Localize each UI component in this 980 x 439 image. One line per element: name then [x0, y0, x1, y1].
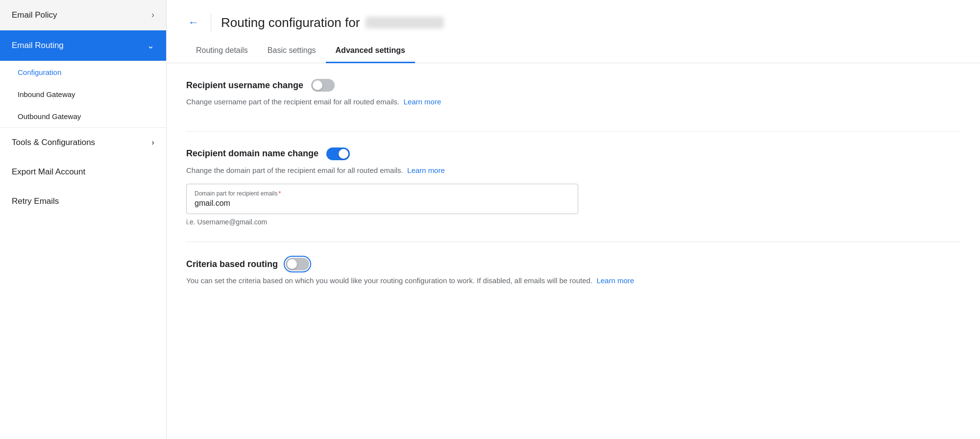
sidebar-item-email-policy[interactable]: Email Policy › — [0, 0, 166, 30]
toggle-username-wrapper — [311, 79, 335, 92]
toggle-thumb-criteria — [287, 259, 297, 269]
main-content: ← Routing configuration for Routing deta… — [167, 0, 980, 439]
toggle-thumb-username — [313, 80, 322, 90]
chevron-right-icon-tools: › — [151, 138, 154, 147]
learn-more-domain[interactable]: Learn more — [407, 166, 445, 174]
domain-name-blurred — [366, 17, 444, 28]
section-recipient-domain-name-change: Recipient domain name change Change the … — [186, 147, 960, 243]
toggle-recipient-username[interactable] — [311, 79, 335, 92]
toggle-track-criteria — [286, 258, 309, 270]
section-desc-domain: Change the domain part of the recipient … — [186, 165, 960, 176]
sidebar-item-export-mail[interactable]: Export Mail Account — [0, 157, 166, 187]
sidebar: Email Policy › Email Routing ⌄ Configura… — [0, 0, 167, 439]
section-header-criteria: Criteria based routing — [186, 258, 960, 270]
tab-basic-settings[interactable]: Basic settings — [258, 39, 326, 63]
tab-routing-details[interactable]: Routing details — [186, 39, 258, 63]
sidebar-item-retry-label: Retry Emails — [12, 196, 59, 206]
sidebar-sub-item-configuration[interactable]: Configuration — [0, 61, 166, 83]
toggle-recipient-domain[interactable] — [326, 147, 350, 160]
toggle-domain-wrapper — [326, 147, 350, 160]
domain-field-input[interactable] — [195, 199, 570, 208]
sidebar-item-tools-configurations[interactable]: Tools & Configurations › — [0, 127, 166, 157]
toggle-track-username — [311, 79, 335, 92]
toggle-thumb-domain — [339, 149, 348, 159]
section-desc-criteria: You can set the criteria based on which … — [186, 275, 960, 287]
page-header: ← Routing configuration for — [167, 0, 980, 31]
learn-more-criteria[interactable]: Learn more — [596, 276, 634, 285]
field-required-star: * — [278, 190, 281, 197]
main-content-area: Recipient username change Change usernam… — [167, 63, 980, 439]
section-recipient-username-change: Recipient username change Change usernam… — [186, 79, 960, 132]
page-title: Routing configuration for — [221, 15, 444, 30]
section-header-username: Recipient username change — [186, 79, 960, 92]
section-header-domain: Recipient domain name change — [186, 147, 960, 160]
domain-field-hint: i.e. Username@gmail.com — [186, 218, 960, 226]
sidebar-item-export-label: Export Mail Account — [12, 167, 85, 177]
chevron-right-icon: › — [151, 10, 154, 20]
sidebar-sub-email-routing: Configuration Inbound Gateway Outbound G… — [0, 61, 166, 127]
sidebar-item-email-routing[interactable]: Email Routing ⌄ — [0, 30, 166, 61]
toggle-criteria-wrapper — [286, 258, 309, 270]
section-criteria-based-routing: Criteria based routing You can set the c… — [186, 258, 960, 310]
chevron-down-icon: ⌄ — [147, 40, 154, 51]
page-title-text: Routing configuration for — [221, 15, 360, 30]
domain-field-label: Domain part for recipient emails * — [195, 190, 570, 197]
sidebar-item-email-routing-label: Email Routing — [12, 41, 64, 50]
sidebar-sub-item-outbound-gateway[interactable]: Outbound Gateway — [0, 105, 166, 127]
back-button[interactable]: ← — [186, 14, 201, 31]
section-title-criteria: Criteria based routing — [186, 259, 278, 269]
toggle-track-domain — [326, 147, 350, 160]
section-desc-username: Change username part of the recipient em… — [186, 97, 960, 108]
sidebar-item-retry-emails[interactable]: Retry Emails — [0, 187, 166, 216]
sidebar-item-email-policy-label: Email Policy — [12, 10, 57, 20]
sidebar-sub-item-inbound-gateway[interactable]: Inbound Gateway — [0, 83, 166, 105]
header-divider — [211, 14, 211, 31]
tabs-bar: Routing details Basic settings Advanced … — [167, 39, 980, 63]
toggle-criteria-based-routing[interactable] — [286, 258, 309, 270]
sidebar-item-tools-label: Tools & Configurations — [12, 138, 95, 147]
section-title-username: Recipient username change — [186, 80, 303, 91]
domain-field-wrapper: Domain part for recipient emails * — [186, 184, 578, 214]
tab-advanced-settings[interactable]: Advanced settings — [326, 39, 415, 63]
learn-more-username[interactable]: Learn more — [404, 98, 441, 106]
section-title-domain: Recipient domain name change — [186, 148, 318, 159]
